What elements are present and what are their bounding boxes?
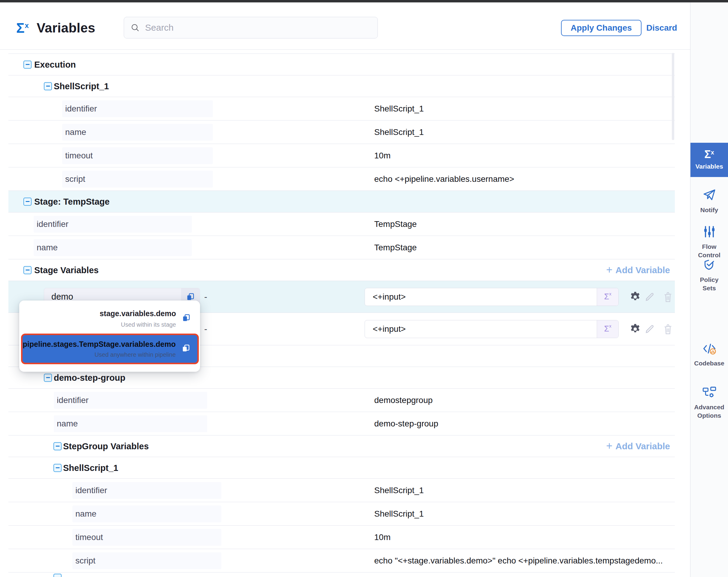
- paper-plane-icon: [703, 189, 716, 202]
- plus-icon: +: [606, 265, 613, 275]
- tree-section-row: ShellScript_1: [8, 75, 675, 97]
- spacer-row: [8, 573, 675, 577]
- property-row: name ShellScript_1: [8, 502, 675, 526]
- sidebar-item-policy-sets[interactable]: PolicySets: [691, 258, 728, 293]
- section-label: Stage Variables: [34, 265, 99, 275]
- discard-button[interactable]: Discard: [646, 20, 677, 36]
- sidebar-item-label: Codebase: [694, 359, 724, 368]
- delete-button[interactable]: [661, 290, 675, 303]
- property-value: 10m: [374, 532, 390, 542]
- property-row: name TempStage: [8, 236, 675, 259]
- section-label: Stage: TempStage: [34, 197, 110, 206]
- property-label: script: [72, 552, 222, 569]
- right-panel-nav: ΣxVariablesNotifyFlowControlPolicySetsCo…: [690, 2, 728, 577]
- property-row: identifier demostepgroup: [8, 388, 675, 412]
- settings-button[interactable]: [629, 323, 642, 336]
- property-row: identifier TempStage: [8, 212, 675, 236]
- property-label: name: [34, 239, 192, 256]
- variable-value-input[interactable]: <+input> Σx: [365, 320, 619, 338]
- apply-changes-button[interactable]: Apply Changes: [561, 20, 642, 36]
- property-label: timeout: [72, 529, 222, 546]
- property-row: script echo <+pipeline.variables.usernam…: [8, 167, 675, 191]
- property-label: name: [72, 505, 222, 522]
- property-label: name: [62, 124, 213, 141]
- property-value: ShellScript_1: [374, 509, 424, 519]
- variable-description: -: [204, 324, 207, 334]
- expression-title: stage.variables.demo: [100, 309, 176, 318]
- property-label: script: [62, 171, 213, 187]
- property-row: identifier ShellScript_1: [8, 97, 675, 121]
- collapse-icon[interactable]: [23, 266, 31, 274]
- section-label: StepGroup Variables: [63, 441, 149, 451]
- sidebar-item-flow-control[interactable]: FlowControl: [691, 225, 728, 259]
- shield-check-icon: [703, 258, 716, 272]
- tree-section-row: Execution: [8, 54, 675, 75]
- search-icon: [131, 23, 140, 32]
- expression-scope-hint: Used within its stage: [100, 321, 176, 328]
- sidebar-item-variables[interactable]: ΣxVariables: [691, 143, 728, 177]
- property-value: TempStage: [374, 243, 417, 252]
- sidebar-item-label: Variables: [695, 162, 723, 171]
- property-value: 10m: [374, 151, 390, 160]
- window-chrome-strip: [0, 0, 728, 2]
- property-value: ShellScript_1: [374, 104, 424, 114]
- settings-button[interactable]: [629, 290, 642, 303]
- expression-popover: stage.variables.demo Used within its sta…: [19, 301, 200, 372]
- header: Σx Variables Apply Changes Discard: [0, 2, 691, 50]
- copy-icon[interactable]: [182, 344, 190, 354]
- section-label: Execution: [34, 59, 76, 69]
- edit-button[interactable]: [643, 290, 656, 303]
- collapse-icon[interactable]: [53, 464, 61, 472]
- sigma-x-icon: Σx: [704, 149, 714, 160]
- property-value: ShellScript_1: [374, 486, 424, 495]
- sidebar-item-advanced-options[interactable]: AdvancedOptions: [691, 386, 728, 420]
- section-label: demo-step-group: [54, 373, 125, 382]
- property-row: identifier ShellScript_1: [8, 479, 675, 502]
- plus-icon: +: [606, 441, 613, 451]
- add-variable-button[interactable]: +Add Variable: [606, 265, 670, 276]
- sidebar-item-label: Notify: [700, 206, 719, 214]
- sliders-icon: [703, 225, 716, 239]
- copy-icon[interactable]: [182, 314, 190, 323]
- search-box[interactable]: [124, 17, 378, 39]
- property-value: echo "<+stage.variables.demo>" echo <+pi…: [374, 556, 663, 566]
- search-input[interactable]: [145, 23, 371, 33]
- expression-scope-hint: Used anywhere within pipeline: [23, 351, 176, 358]
- collapse-icon[interactable]: [23, 60, 31, 69]
- code-warning-icon: [702, 343, 716, 355]
- tree-section-row: ShellScript_1: [8, 457, 675, 479]
- variable-value-input[interactable]: <+input> Σx: [365, 288, 619, 306]
- property-row: script echo "<+stage.variables.demo>" ec…: [8, 549, 675, 573]
- edit-button[interactable]: [643, 323, 656, 336]
- property-label: identifier: [54, 392, 207, 409]
- property-label: name: [54, 415, 207, 432]
- property-row: timeout 10m: [8, 526, 675, 549]
- tree-section-row: Stage Variables+Add Variable: [8, 259, 675, 281]
- collapse-icon[interactable]: [53, 442, 61, 450]
- property-row: timeout 10m: [8, 144, 675, 167]
- collapse-icon[interactable]: [53, 574, 61, 577]
- collapse-icon[interactable]: [44, 82, 52, 90]
- expression-button[interactable]: Σx: [597, 320, 618, 338]
- property-label: identifier: [62, 100, 213, 117]
- collapse-icon[interactable]: [23, 197, 31, 205]
- add-variable-button[interactable]: +Add Variable: [606, 441, 670, 452]
- scrollbar-thumb[interactable]: [672, 53, 674, 140]
- property-label: timeout: [62, 147, 213, 164]
- expression-option-pipeline-scope-selected[interactable]: pipeline.stages.TempStage.variables.demo…: [21, 333, 199, 364]
- property-value: echo <+pipeline.variables.username>: [374, 174, 514, 184]
- sidebar-item-notify[interactable]: Notify: [691, 189, 728, 214]
- sidebar-item-label: PolicySets: [700, 276, 719, 293]
- expression-button[interactable]: Σx: [597, 288, 618, 306]
- flowchart-gear-icon: [702, 386, 716, 399]
- sidebar-item-codebase[interactable]: Codebase: [691, 343, 728, 368]
- collapse-icon[interactable]: [44, 374, 52, 382]
- property-value: ShellScript_1: [374, 127, 424, 137]
- tree-section-row: Stage: TempStage: [8, 191, 675, 212]
- expression-option-stage-scope[interactable]: stage.variables.demo Used within its sta…: [19, 301, 200, 333]
- delete-button[interactable]: [661, 323, 675, 336]
- variables-logo-icon: Σx: [16, 20, 28, 36]
- sidebar-item-label: AdvancedOptions: [694, 403, 724, 420]
- property-label: identifier: [72, 482, 222, 499]
- property-value: demostepgroup: [374, 396, 433, 405]
